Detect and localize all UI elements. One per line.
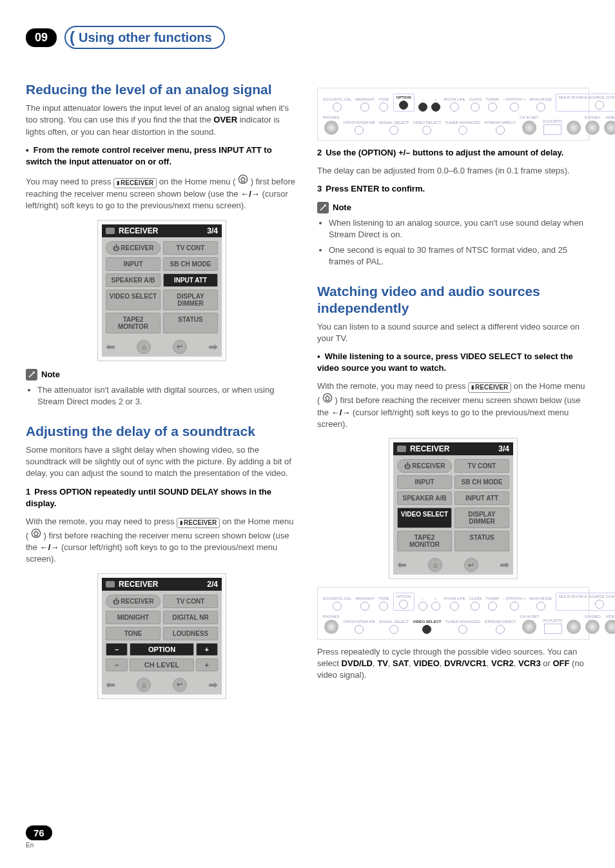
right-arrow-icon: ➡ — [208, 678, 218, 692]
left-arrow-icon: ⬅ — [106, 340, 115, 354]
lcd-btn: TV CONT — [163, 595, 218, 608]
phones-jack-icon — [324, 121, 338, 135]
cursor-arrows-icon: ←/→ — [240, 189, 260, 199]
left-column: Reducing the level of an analog signal T… — [26, 81, 298, 707]
lcd-ch-minus: – — [106, 658, 128, 671]
lcd-btn: DISPLAY DIMMER — [163, 290, 218, 310]
chapter-number: 09 — [26, 28, 57, 47]
back-round-icon: ↩ — [464, 558, 478, 572]
step-2: 2Use the (OPTION) +/– buttons to adjust … — [317, 147, 589, 159]
option-knob-icon — [399, 101, 408, 110]
lcd-btn: SB CH MODE — [454, 475, 509, 489]
lcd-page: 3/4 — [498, 444, 509, 453]
lcd-btn: SPEAKER A/B — [106, 273, 161, 287]
note-item: The attenuator isn't available with digi… — [37, 384, 298, 408]
lcd-btn: TAPE2 MONITOR — [106, 313, 161, 333]
note-icon — [26, 369, 37, 380]
lcd-btn: LOUDNESS — [163, 627, 218, 640]
lcd-screen-receiver-2-4: RECEIVER 2/4 ⏻ RECEIVER TV CONT MIDNIGHT… — [97, 573, 226, 699]
video-select-knob-icon — [422, 625, 431, 634]
chapter-paren-icon: ( — [70, 28, 75, 46]
lcd-screen-receiver-3-4: RECEIVER 3/4 ⏻ RECEIVER TV CONT INPUT SB… — [97, 220, 226, 361]
lcd-btn: TV CONT — [163, 241, 218, 255]
step-3: 3Press ENTER to confirm. — [317, 183, 589, 195]
front-panel-diagram-video-select: ACOUSTIC CAL MIDNIGHT TONE OPTION – + RO… — [317, 587, 589, 640]
note-item: One second is equal to 30 frames of NTSC… — [329, 244, 589, 268]
lcd-btn: ⏻ RECEIVER — [106, 595, 161, 608]
lcd-btn: STATUS — [163, 313, 218, 333]
lcd-btn-video-select: VIDEO SELECT — [397, 508, 452, 528]
lcd-btn: MIDNIGHT — [106, 611, 161, 624]
para-receiver-nav-3: With the remote, you may need to press ▮… — [317, 380, 589, 430]
svg-point-1 — [32, 529, 40, 537]
note-heading: Note — [26, 369, 298, 380]
lcd-btn: TONE — [106, 627, 161, 640]
left-arrow-icon: ⬅ — [397, 558, 407, 572]
lcd-page: 2/4 — [207, 580, 218, 589]
note-list: The attenuator isn't available with digi… — [37, 384, 298, 408]
note-heading: Note — [317, 202, 589, 213]
right-column: ACOUSTIC CAL MIDNIGHT TONE OPTION – + RO… — [317, 81, 589, 707]
right-arrow-icon: ➡ — [500, 558, 509, 572]
receiver-button-icon: ▮RECEIVER — [468, 382, 511, 393]
lcd-page: 3/4 — [207, 226, 218, 235]
receiver-button-icon: ▮RECEIVER — [177, 518, 220, 528]
lcd-title: RECEIVER — [119, 226, 158, 235]
lcd-btn: INPUT ATT — [454, 491, 509, 505]
para-intro-analog: The input attenuator lowers the input le… — [26, 103, 298, 138]
back-round-icon: ↩ — [173, 678, 187, 692]
lcd-btn: DIGITAL NR — [163, 611, 218, 624]
chapter-title: Using other functions — [79, 30, 212, 45]
footer: 76 En — [26, 825, 52, 849]
lcd-btn: ⏻ RECEIVER — [397, 459, 452, 473]
receiver-button-icon: ▮RECEIVER — [113, 178, 157, 188]
lcd-btn: VIDEO SELECT — [106, 290, 161, 310]
para-receiver-nav-1: You may need to press ▮RECEIVER on the H… — [26, 174, 298, 212]
lcd-ch-plus: + — [196, 658, 218, 671]
lcd-btn: TV CONT — [454, 459, 509, 473]
right-arrow-icon: ➡ — [208, 340, 218, 354]
lcd-ch-label: CH LEVEL — [130, 658, 193, 671]
signal-icon — [106, 581, 115, 587]
heading-adjust-delay: Adjusting the delay of a soundtrack — [26, 423, 298, 439]
lcd-option-plus: + — [196, 643, 218, 656]
home-round-icon: ⌂ — [137, 340, 151, 354]
para-delay-range: The delay can be adjusted from 0.0–6.0 f… — [317, 165, 589, 177]
signal-icon — [397, 446, 406, 452]
home-icon — [238, 174, 248, 184]
note-list: When listening to an analog source, you … — [329, 217, 589, 268]
lcd-title: RECEIVER — [119, 580, 158, 589]
lcd-btn: STATUS — [454, 531, 509, 551]
lcd-btn: ⏻ RECEIVER — [106, 241, 161, 255]
home-icon — [322, 393, 333, 403]
home-round-icon: ⌂ — [137, 678, 151, 692]
lcd-screen-receiver-3-4-b: RECEIVER 3/4 ⏻ RECEIVER TV CONT INPUT SB… — [389, 438, 518, 579]
para-delay-intro: Some monitors have a slight delay when s… — [26, 444, 298, 480]
cursor-arrows-icon: ←/→ — [331, 408, 351, 417]
lcd-btn: INPUT — [397, 475, 452, 489]
lcd-btn-input-att: INPUT ATT — [163, 273, 218, 287]
step-video-select: • While listening to a source, press VID… — [317, 351, 589, 374]
chapter-header: 09 ( Using other functions — [26, 26, 589, 49]
para-video-sources: Press repeatedly to cycle through the po… — [317, 646, 589, 682]
step-1: 1Press OPTION repeatedly until SOUND DEL… — [26, 486, 298, 509]
chapter-title-wrap: ( Using other functions — [64, 26, 225, 49]
page-number: 76 — [26, 825, 52, 840]
front-panel-diagram-option: ACOUSTIC CAL MIDNIGHT TONE OPTION – + RO… — [317, 88, 589, 141]
signal-icon — [106, 228, 115, 234]
heading-watch-independent: Watching video and audio sources indepen… — [317, 283, 589, 315]
note-label: Note — [41, 370, 60, 379]
minus-knob-icon — [418, 103, 427, 112]
back-round-icon: ↩ — [173, 340, 187, 354]
lcd-btn: SB CH MODE — [163, 257, 218, 271]
page-lang: En — [26, 842, 52, 849]
para-watch-intro: You can listen to a sound source and sel… — [317, 321, 589, 344]
para-receiver-nav-2: With the remote, you may need to press ▮… — [26, 516, 298, 566]
plus-knob-icon — [431, 103, 440, 112]
lcd-btn: INPUT — [106, 257, 161, 271]
lcd-title: RECEIVER — [410, 444, 449, 453]
home-round-icon: ⌂ — [428, 558, 442, 572]
left-arrow-icon: ⬅ — [106, 678, 115, 692]
lcd-btn: SPEAKER A/B — [397, 491, 452, 505]
mc-jack-icon — [567, 121, 581, 135]
